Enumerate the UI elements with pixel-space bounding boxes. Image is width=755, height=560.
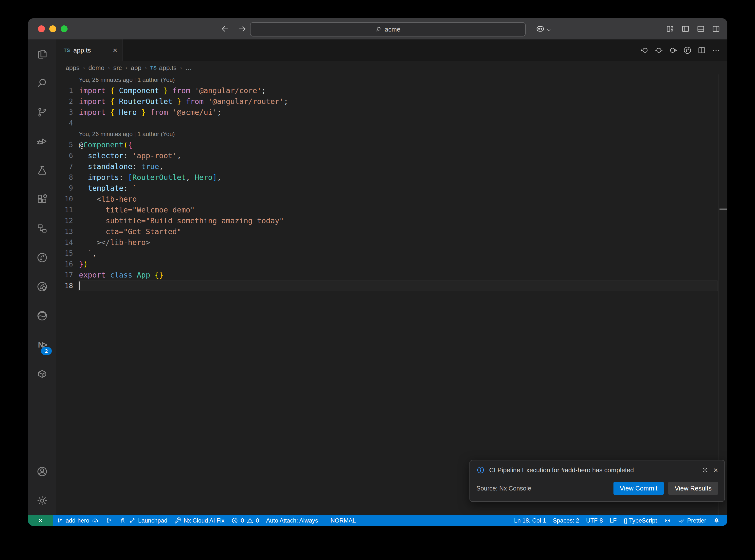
code-line-5[interactable]: 5@Component({ (56, 140, 719, 151)
code-line-16[interactable]: 16}) (56, 259, 719, 269)
status-eol[interactable]: LF (606, 515, 620, 526)
activity-item-nx-console[interactable]: N>2 (28, 330, 56, 359)
line-number[interactable]: 1 (56, 85, 73, 96)
code-line-8[interactable]: 8 imports: [RouterOutlet, Hero], (56, 172, 719, 183)
zoom-window-button[interactable] (61, 25, 67, 32)
activity-item-references[interactable] (28, 214, 56, 243)
layout-panel-bottom-icon[interactable] (696, 24, 705, 33)
change-icon[interactable] (654, 46, 663, 55)
line-number[interactable]: 8 (56, 172, 73, 183)
code-line-14[interactable]: 14 ></lib-hero> (56, 237, 719, 248)
code-line-2[interactable]: 2import { RouterOutlet } from '@angular/… (56, 96, 719, 107)
breadcrumb-item-apps[interactable]: apps (65, 64, 79, 72)
line-number[interactable]: 13 (56, 226, 73, 237)
split-editor-icon[interactable] (697, 46, 706, 55)
line-number[interactable]: 2 (56, 96, 73, 107)
prev-change-icon[interactable] (640, 46, 649, 55)
breadcrumb-item-demo[interactable]: demo (88, 64, 104, 72)
status-branch[interactable]: add-hero (53, 515, 102, 526)
status-prettier[interactable]: Prettier (674, 515, 710, 526)
activity-item-settings[interactable] (28, 486, 56, 515)
activity-item-source-control[interactable] (28, 98, 56, 127)
layout-sidebar-right-icon[interactable] (712, 24, 720, 33)
copilot-menu[interactable] (535, 24, 552, 34)
status-indentation[interactable]: Spaces: 2 (549, 515, 583, 526)
forward-arrow-icon[interactable] (238, 24, 247, 34)
status-scm-graph[interactable] (102, 515, 116, 526)
status-notifications-bell[interactable] (710, 515, 723, 526)
status-cursor-position[interactable]: Ln 18, Col 1 (511, 515, 549, 526)
line-number[interactable]: 18 (56, 280, 73, 291)
line-number[interactable]: 11 (56, 205, 73, 215)
tab-app-ts[interactable]: TS app.ts × (56, 39, 123, 61)
status-auto-attach[interactable]: Auto Attach: Always (263, 515, 321, 526)
status-copilot[interactable] (660, 515, 674, 526)
next-change-icon[interactable] (669, 46, 678, 55)
line-number[interactable]: 15 (56, 248, 73, 259)
status-launchpad[interactable]: Launchpad (116, 515, 171, 526)
status-encoding[interactable]: UTF-8 (583, 515, 606, 526)
code-line-3[interactable]: 3import { Hero } from '@acme/ui'; (56, 107, 719, 118)
activity-item-run-debug[interactable] (28, 127, 56, 156)
activity-item-accounts[interactable] (28, 457, 56, 486)
line-number[interactable]: 6 (56, 151, 73, 161)
nx-graph-icon[interactable] (683, 46, 692, 55)
code-line-18[interactable]: 18 (56, 280, 719, 291)
code-line-15[interactable]: 15 `, (56, 248, 719, 259)
codelens-text[interactable]: You, 26 minutes ago | 1 author (You) (56, 75, 175, 85)
line-number[interactable]: 9 (56, 183, 73, 194)
activity-item-nx-graph-search[interactable] (28, 272, 56, 301)
status-language-mode[interactable]: {} TypeScript (620, 515, 660, 526)
code-line-17[interactable]: 17export class App {} (56, 269, 719, 280)
command-center-search[interactable]: acme (250, 22, 526, 37)
layout-sidebar-left-icon[interactable] (681, 24, 690, 33)
line-number[interactable]: 17 (56, 269, 73, 280)
activity-item-nx-project-graph[interactable] (28, 243, 56, 272)
line-number[interactable]: 16 (56, 259, 73, 269)
status-nx-cloud-ai-fix[interactable]: Nx Cloud AI Fix (171, 515, 228, 526)
line-number[interactable]: 10 (56, 194, 73, 205)
code-line-11[interactable]: 11 title="Welcmoe demo" (56, 205, 719, 215)
code-line-6[interactable]: 6 selector: 'app-root', (56, 151, 719, 161)
view-results-button[interactable]: View Results (668, 482, 718, 495)
close-window-button[interactable] (38, 25, 45, 32)
line-number[interactable]: 3 (56, 107, 73, 118)
activity-item-edge-tools[interactable] (28, 301, 56, 330)
code-line-12[interactable]: 12 subtitle="Build something amazing tod… (56, 215, 719, 226)
minimize-window-button[interactable] (49, 25, 56, 32)
code-line-7[interactable]: 7 standalone: true, (56, 161, 719, 172)
status-remote-indicator[interactable] (28, 515, 53, 526)
notification-close-icon[interactable]: × (713, 466, 718, 474)
activity-item-testing[interactable] (28, 156, 56, 185)
activity-item-search[interactable] (28, 68, 56, 98)
breadcrumb-item-app[interactable]: app (131, 64, 141, 72)
activity-item-extensions[interactable] (28, 185, 56, 214)
code-line-9[interactable]: 9 template: ` (56, 183, 719, 194)
breadcrumb-item-appts[interactable]: TSapp.ts (151, 64, 177, 72)
status-problems[interactable]: 00 (228, 515, 263, 526)
status-vim-mode[interactable]: -- NORMAL -- (321, 515, 365, 526)
back-arrow-icon[interactable] (220, 24, 230, 34)
line-number[interactable]: 4 (56, 118, 73, 129)
close-tab-icon[interactable]: × (113, 46, 117, 54)
activity-item-containers[interactable] (28, 359, 56, 388)
codelens-text[interactable]: You, 26 minutes ago | 1 author (You) (56, 129, 175, 140)
scrollbar-overview-ruler[interactable] (718, 75, 728, 515)
view-commit-button[interactable]: View Commit (614, 482, 664, 495)
codelens: You, 26 minutes ago | 1 author (You) (56, 75, 719, 85)
activity-item-explorer[interactable] (28, 39, 56, 68)
breadcrumb-item-[interactable]: … (185, 64, 192, 72)
code-line-13[interactable]: 13 cta="Get Started" (56, 226, 719, 237)
code-line-10[interactable]: 10 <lib-hero (56, 194, 719, 205)
code-editor[interactable]: You, 26 minutes ago | 1 author (You)1imp… (56, 75, 728, 515)
line-number[interactable]: 12 (56, 215, 73, 226)
more-icon[interactable] (712, 46, 720, 55)
code-line-1[interactable]: 1import { Component } from '@angular/cor… (56, 85, 719, 96)
code-line-4[interactable]: 4 (56, 118, 719, 129)
line-number[interactable]: 5 (56, 140, 73, 151)
breadcrumb-item-src[interactable]: src (113, 64, 122, 72)
line-number[interactable]: 7 (56, 161, 73, 172)
notification-settings-gear-icon[interactable] (701, 466, 709, 474)
line-number[interactable]: 14 (56, 237, 73, 248)
layout-customize-icon[interactable] (666, 24, 675, 33)
